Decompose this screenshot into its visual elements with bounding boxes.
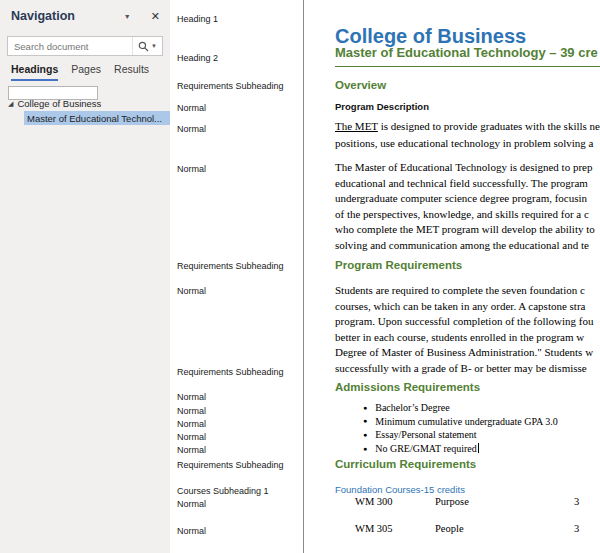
text-line: Students are required to complete the se… (335, 283, 593, 299)
search-dropdown-icon[interactable]: ▼ (151, 43, 157, 49)
course-credits-cell: 3 (574, 496, 588, 507)
program-requirements-heading[interactable]: Program Requirements (335, 259, 462, 271)
bullet-item[interactable]: ●Bachelor’s Degree (363, 401, 558, 415)
bullet-item[interactable]: ●No GRE/GMAT required (363, 442, 558, 456)
style-entry[interactable]: Normal (177, 124, 206, 134)
text-line: Degree of Master of Business Administrat… (335, 345, 593, 361)
tree-item-label: College of Business (17, 98, 101, 109)
style-entry[interactable]: Requirements Subheading (177, 81, 284, 91)
admissions-requirements-heading[interactable]: Admissions Requirements (335, 381, 480, 393)
bullet-text: Minimum cumulative undergraduate GPA 3.0 (375, 416, 557, 427)
bullet-item[interactable]: ●Essay/Personal statement (363, 428, 558, 442)
search-icon (138, 41, 149, 52)
style-entry[interactable]: Normal (177, 164, 206, 174)
bullet-icon: ● (363, 404, 367, 412)
course-credits-cell: 3 (574, 523, 588, 534)
style-entry[interactable]: Normal (177, 499, 206, 509)
document-canvas[interactable]: College of Business Master of Educationa… (304, 0, 600, 553)
bullet-icon: ● (363, 431, 367, 439)
style-entry[interactable]: Normal (177, 286, 206, 296)
text-line: better in each course, students enrolled… (335, 330, 593, 346)
tab-headings[interactable]: Headings (11, 63, 58, 81)
paragraph-requirements[interactable]: Students are required to complete the se… (335, 283, 593, 376)
program-description-label[interactable]: Program Description (335, 101, 429, 112)
style-entry[interactable]: Normal (177, 103, 206, 113)
search-input[interactable] (8, 41, 132, 52)
text-line: The MET is designed to provide graduates… (335, 118, 600, 135)
text-line: educational and technical field successf… (335, 176, 595, 192)
text-line: positions, use educational technology in… (335, 135, 600, 152)
text-line: undergraduate computer science degree pr… (335, 191, 595, 207)
text-line: who complete the MET program will develo… (335, 222, 595, 238)
tree-item-label: Master of Educational Technol... (24, 113, 162, 124)
program-title-heading[interactable]: Master of Educational Technology – 39 cr… (335, 45, 600, 67)
paragraph-program-overview[interactable]: The Master of Educational Technology is … (335, 160, 595, 253)
tab-pages[interactable]: Pages (71, 63, 101, 81)
style-entry[interactable]: Normal (177, 445, 206, 455)
text-run: is designed to provide graduates with th… (378, 120, 600, 132)
table-row[interactable]: WM 300 Purpose 3 (335, 496, 588, 507)
underlined-text: The MET (335, 120, 378, 132)
text-line: solving and communication among the educ… (335, 238, 595, 254)
foundation-courses-label[interactable]: Foundation Courses-15 credits (335, 484, 465, 495)
bullet-icon: ● (363, 445, 367, 453)
course-code-cell: WM 305 (355, 523, 435, 534)
close-icon[interactable]: ✕ (151, 10, 160, 23)
course-code-cell: WM 300 (355, 496, 435, 507)
style-entry[interactable]: Heading 2 (177, 53, 218, 63)
table-row[interactable]: WM 305 People 3 (335, 523, 588, 534)
text-line: The Master of Educational Technology is … (335, 160, 595, 176)
navigation-title: Navigation (11, 9, 124, 23)
style-area: Heading 1 Heading 2 Requirements Subhead… (170, 0, 303, 553)
bullet-item[interactable]: ●Minimum cumulative undergraduate GPA 3.… (363, 415, 558, 429)
text-line: of the perspectives, knowledge, and skil… (335, 207, 595, 223)
style-entry[interactable]: Normal (177, 406, 206, 416)
text-line: courses, which can be taken in any order… (335, 299, 593, 315)
style-entry[interactable]: Normal (177, 432, 206, 442)
text-cursor (478, 443, 479, 453)
navigation-pane: Navigation ▼ ✕ ▼ Headings Pages Results … (0, 0, 171, 553)
course-title-cell: People (435, 523, 574, 534)
bullet-text: No GRE/GMAT required (375, 443, 476, 454)
style-entry[interactable]: Normal (177, 392, 206, 402)
admissions-bullet-list: ●Bachelor’s Degree ●Minimum cumulative u… (335, 401, 558, 456)
word-window: Navigation ▼ ✕ ▼ Headings Pages Results … (0, 0, 600, 553)
search-box: ▼ (7, 36, 163, 56)
style-entry[interactable]: Normal (177, 526, 206, 536)
search-button[interactable]: ▼ (132, 37, 162, 55)
style-entry[interactable]: Normal (177, 419, 206, 429)
text-line: program. Upon successful completion of t… (335, 314, 593, 330)
course-title-cell: Purpose (435, 496, 574, 507)
text-line: successfully with a grade of B- or bette… (335, 361, 593, 377)
style-entry[interactable]: Heading 1 (177, 14, 218, 24)
overview-heading[interactable]: Overview (335, 79, 386, 91)
collapse-triangle-icon[interactable]: ◢ (8, 100, 13, 108)
style-entry[interactable]: Courses Subheading 1 (177, 486, 269, 496)
style-entry[interactable]: Requirements Subheading (177, 261, 284, 271)
bullet-icon: ● (363, 417, 367, 425)
style-entry[interactable]: Requirements Subheading (177, 460, 284, 470)
headings-tree: ◢ College of Business Master of Educatio… (0, 97, 170, 125)
tab-results[interactable]: Results (114, 63, 149, 81)
pane-options-dropdown-icon[interactable]: ▼ (124, 13, 131, 20)
tree-item-college-of-business[interactable]: ◢ College of Business (0, 97, 170, 110)
style-entry[interactable]: Requirements Subheading (177, 367, 284, 377)
navigation-header: Navigation ▼ ✕ (0, 0, 170, 23)
bullet-text: Essay/Personal statement (375, 429, 476, 440)
navigation-tabs: Headings Pages Results (11, 63, 149, 81)
tree-item-master-of-educational-technology[interactable]: Master of Educational Technol... (24, 111, 170, 125)
curriculum-requirements-heading[interactable]: Curriculum Requirements (335, 458, 476, 470)
bullet-text: Bachelor’s Degree (375, 402, 450, 413)
paragraph-intro[interactable]: The MET is designed to provide graduates… (335, 118, 600, 151)
